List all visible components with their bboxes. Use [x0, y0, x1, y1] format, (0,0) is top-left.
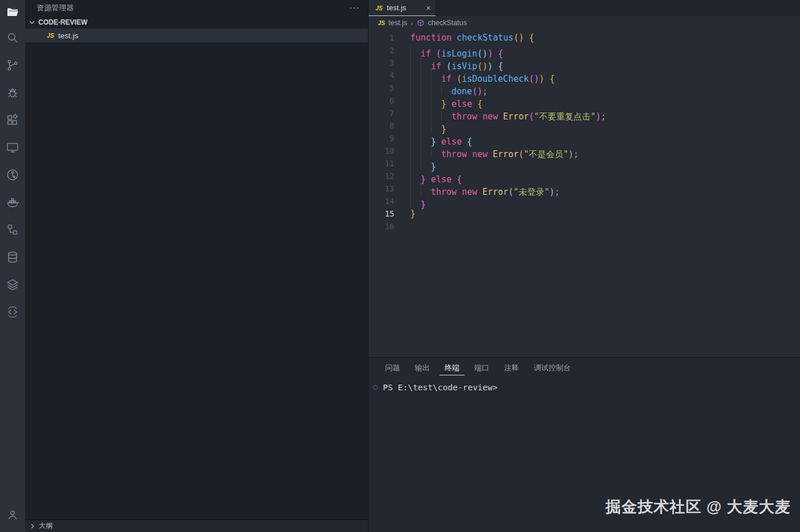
line-content: } else { [410, 94, 482, 107]
breadcrumb-file[interactable]: test.js [389, 19, 407, 27]
line-number[interactable]: 4 [369, 69, 410, 82]
code-token: ( [518, 149, 523, 159]
code-line[interactable]: 6} else { [369, 94, 800, 107]
panel-tab-调试控制台[interactable]: 调试控制台 [529, 360, 576, 375]
code-token [477, 111, 482, 122]
layers-icon[interactable] [0, 271, 25, 298]
line-number[interactable]: 15 [369, 207, 410, 220]
run-debug-icon[interactable] [0, 79, 25, 106]
panel-tab-终端[interactable]: 终端 [439, 360, 465, 375]
code-line[interactable]: 3if (isVip()) { [369, 57, 800, 69]
panel-tab-输出[interactable]: 输出 [410, 360, 435, 375]
extensions-icon[interactable] [0, 106, 25, 134]
code-line[interactable]: 4if (isDoubleCheck()) { [369, 69, 800, 82]
line-number[interactable]: 5 [369, 82, 410, 94]
flow-icon[interactable] [0, 216, 25, 243]
line-number[interactable]: 3 [369, 57, 410, 69]
outline-section-header[interactable]: 大纲 [25, 519, 368, 532]
outline-label: 大纲 [39, 521, 53, 531]
source-control-icon[interactable] [0, 51, 25, 79]
code-token [487, 149, 493, 159]
panel-tab-问题[interactable]: 问题 [380, 360, 405, 375]
more-actions-icon[interactable]: ··· [349, 3, 360, 13]
indent-guide [410, 119, 421, 132]
line-content: if (isLogin()) { [410, 44, 503, 57]
code-token: ; [601, 111, 606, 122]
code-token: ) [596, 111, 601, 122]
line-number[interactable]: 2 [369, 44, 410, 57]
tab-testjs[interactable]: JS test.js × [369, 0, 436, 16]
line-number[interactable]: 9 [369, 132, 410, 145]
code-line[interactable]: 9} else { [369, 132, 800, 145]
line-number[interactable]: 6 [369, 94, 410, 107]
code-token: throw [441, 149, 467, 159]
code-token: "未登录" [514, 187, 550, 197]
line-number[interactable]: 13 [369, 182, 410, 195]
indent-guide [410, 195, 421, 207]
code-line[interactable]: 16 [369, 220, 800, 233]
code-line[interactable]: 10throw new Error("不是会员"); [369, 145, 800, 157]
panel-tab-注释[interactable]: 注释 [499, 360, 524, 375]
line-content: throw new Error("不是会员"); [410, 145, 579, 157]
breadcrumb: JS test.js › checkStatus [369, 16, 800, 30]
code-line[interactable]: 1function checkStatus() { [369, 31, 800, 44]
git-graph-icon[interactable] [0, 161, 25, 189]
code-token [451, 33, 457, 43]
line-number[interactable]: 11 [369, 157, 410, 170]
js-file-icon: JS [47, 32, 54, 39]
code-line[interactable]: 5done(); [369, 82, 800, 94]
indent-guide [421, 157, 431, 170]
indent-guide [421, 69, 431, 82]
indent-guide [441, 107, 451, 119]
search-icon[interactable] [0, 24, 25, 51]
remote-explorer-icon[interactable] [0, 134, 25, 161]
indent-guide [431, 107, 441, 119]
line-content: throw new Error("未登录"); [410, 182, 560, 195]
close-icon[interactable]: × [426, 3, 431, 13]
terminal-prompt: PS E:\test\code-review> [383, 383, 498, 392]
code-line[interactable]: 11} [369, 157, 800, 170]
code-line[interactable]: 7throw new Error("不要重复点击"); [369, 107, 800, 119]
code-token: ) [550, 187, 555, 197]
terminal[interactable]: PS E:\test\code-review> [369, 383, 800, 392]
explorer-icon[interactable] [0, 0, 25, 24]
section-header-code-review[interactable]: CODE-REVIEW [25, 16, 368, 29]
code-editor[interactable]: 1function checkStatus() {2if (isLogin())… [369, 30, 800, 357]
line-content: } [410, 207, 415, 220]
code-token: Error [493, 149, 518, 159]
docker-icon[interactable] [0, 189, 25, 216]
line-number[interactable]: 12 [369, 170, 410, 182]
code-line[interactable]: 15} [369, 207, 800, 220]
code-token: ; [482, 86, 487, 97]
code-sync-icon[interactable] [0, 298, 25, 326]
indent-guide [421, 82, 431, 94]
database-icon[interactable] [0, 243, 25, 271]
line-number[interactable]: 16 [369, 220, 410, 233]
code-token [477, 187, 482, 197]
account-icon[interactable] [0, 501, 25, 529]
chevron-down-icon [27, 18, 37, 27]
line-number[interactable]: 14 [369, 195, 410, 207]
panel-tab-端口[interactable]: 端口 [469, 360, 494, 375]
line-number[interactable]: 7 [369, 107, 410, 119]
code-line[interactable]: 12} else { [369, 170, 800, 182]
line-number[interactable]: 10 [369, 145, 410, 157]
line-number[interactable]: 8 [369, 119, 410, 132]
indent-guide [410, 145, 421, 157]
code-token: ) [569, 149, 574, 159]
breadcrumb-symbol[interactable]: checkStatus [428, 19, 467, 27]
file-row-testjs[interactable]: JS test.js [25, 29, 368, 42]
code-token: ) [539, 74, 545, 84]
indent-guide [410, 94, 421, 107]
section-label: CODE-REVIEW [38, 18, 87, 26]
indent-guide [421, 182, 431, 195]
code-token: () [529, 74, 539, 84]
indent-guide [431, 119, 441, 132]
code-line[interactable]: 2if (isLogin()) { [369, 44, 800, 57]
panel-tabs: 问题输出终端端口注释调试控制台 [369, 358, 800, 377]
indent-guide [421, 119, 431, 132]
line-number[interactable]: 1 [369, 31, 410, 44]
code-line[interactable]: 13throw new Error("未登录"); [369, 182, 800, 195]
line-content: } [410, 119, 446, 132]
code-token: ( [529, 111, 534, 122]
